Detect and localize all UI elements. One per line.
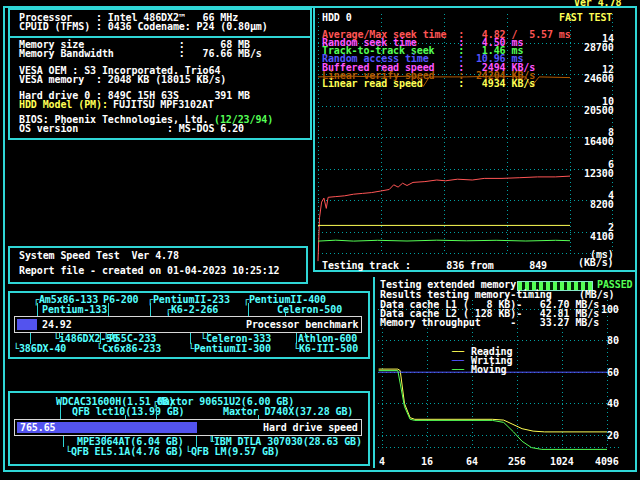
hdd-axis-label: 20500 [584, 106, 614, 116]
hdd-scale-label: Maxtor D740X(37.28 GB) [223, 407, 353, 417]
legend-dash: ── [452, 365, 464, 375]
version-label: Ver 4.78 [574, 0, 621, 8]
hdd-scale-label: └QFB EL5.1A(4.76 GB) [65, 447, 183, 457]
hdd-benchmark-value: 765.65 [20, 423, 56, 433]
hdd-panel-left-border [313, 8, 315, 271]
hdd-axis-label: 12300 [584, 169, 614, 179]
hdd-axis-label: 8200 [590, 200, 614, 210]
memory-x-axis-label: 16 [421, 457, 433, 467]
memory-x-axis-label: 256 [508, 457, 526, 467]
memory-y-axis-label: 80 [607, 336, 619, 346]
cpu-scale-tick [150, 303, 151, 316]
memory-panel-left-border [373, 277, 375, 468]
hdd-scale-label: QFB lct10(13.99 GB) [72, 407, 185, 417]
processor-benchmark-bar-fill [17, 319, 37, 330]
cpu-scale-label: ┌K6-2-266 [165, 305, 218, 315]
hdd-axis-label: 28700 [584, 43, 614, 53]
processor-benchmark-value: 24.92 [42, 320, 72, 330]
processor-benchmark-caption: Processor benchmark [246, 320, 359, 330]
hdd-axis-label: 16400 [584, 137, 614, 147]
memory-x-axis-label: 64 [466, 457, 478, 467]
memory-y-axis-label: 40 [607, 399, 619, 409]
system-info-row: FUJITSU MPF3102AT [113, 100, 214, 110]
hdd-benchmark-caption: Hard drive speed [263, 423, 358, 433]
cpu-scale-label: └Cx6x86-233 [96, 344, 161, 354]
memory-x-axis-label: 4 [379, 457, 385, 467]
cpu-scale-label: Celeron-500 [277, 305, 342, 315]
hdd-axis-label: 4100 [590, 232, 614, 242]
cpu-scale-tick [37, 303, 38, 316]
hdd-scale-tick [156, 405, 157, 419]
cpu-scale-label: └386DX-40 [13, 344, 66, 354]
legend-label: Moving [471, 365, 507, 375]
cpu-scale-label: └K6-III-500 [293, 344, 358, 354]
testing-track-line: Testing track : 836 from 849 [322, 261, 547, 271]
speedsys-screen: Ver 4.78 Processor : Intel 486DX2™ 66 MH… [0, 0, 640, 480]
memory-y-axis-label: 100 [601, 305, 619, 315]
system-info-row: OS version : MS-DOS 6.20 [19, 124, 244, 134]
cpu-scale-tick [248, 303, 249, 316]
cpu-scale-tick [108, 303, 109, 316]
system-info-row: HDD Model (PM): [19, 100, 108, 110]
memory-result-row: Memory throughput - 33.27 MB/s [380, 318, 599, 328]
memory-x-axis-label: 4096 [595, 457, 619, 467]
cpuid-line: CPUID (TFMS) : 0436 Codename: P24 (0.80µ… [19, 22, 268, 32]
hdd-scale-label: └QFB LM(9.57 GB) [185, 447, 280, 457]
report-file-line: Report file - created on 01-04-2023 10:2… [19, 266, 280, 276]
hdd-axis-label: (KB/s) [578, 258, 614, 268]
hdd-axis-label: 24600 [584, 74, 614, 84]
memory-y-axis-label: 20 [607, 431, 619, 441]
cpu-scale-label: └PentiumII-300 [188, 344, 271, 354]
memory-x-axis-label: 1024 [550, 457, 574, 467]
cpu-scale-label: Pentium-133 [42, 305, 107, 315]
hdd-scale-tick [60, 405, 61, 419]
hdd-panel-title: HDD 0 [322, 13, 352, 23]
fast-test-label: FAST TEST [559, 13, 612, 23]
system-info-row: Memory Bandwidth : 76.66 MB/s [19, 49, 262, 59]
memory-y-axis-label: 60 [607, 368, 619, 378]
system-info-row: VESA memory : 2048 KB (18015 KB/s) [19, 75, 226, 85]
app-title: System Speed Test Ver 4.78 [19, 251, 179, 261]
hdd-metric-row: Linear read speed : 4934 KB/s [322, 79, 535, 89]
